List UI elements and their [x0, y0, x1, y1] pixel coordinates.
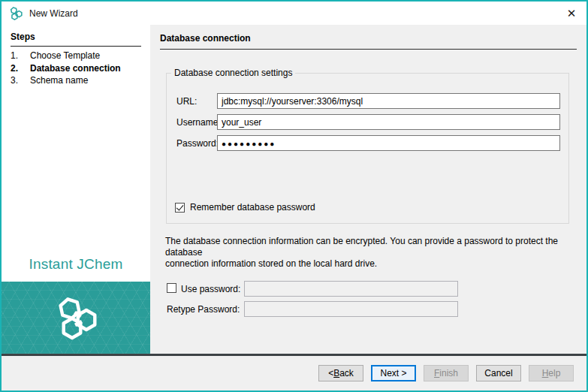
- main-panel: Database connection Database connection …: [150, 25, 586, 354]
- database-settings-groupbox: Database connection settings URL: Userna…: [166, 73, 569, 224]
- brand-text: Instant JChem: [2, 256, 150, 273]
- step-item-schema-name: 3. Schema name: [11, 74, 147, 87]
- use-password-label: Use password:: [181, 284, 240, 294]
- jchem-hexagon-logo-icon: [53, 297, 99, 340]
- dialog-body: Steps 1. Choose Template 2. Database con…: [2, 25, 586, 354]
- username-label: Username:: [176, 117, 221, 128]
- step-number: 3.: [11, 74, 30, 87]
- info-line: The database connection information can …: [165, 236, 558, 258]
- title-bar: New Wizard ✕: [2, 2, 586, 25]
- close-icon[interactable]: ✕: [561, 4, 582, 23]
- app-logo-icon: [8, 7, 23, 20]
- steps-heading: Steps: [11, 32, 141, 47]
- cancel-button[interactable]: Cancel: [476, 365, 521, 381]
- page-title: Database connection: [160, 33, 577, 50]
- url-label: URL:: [176, 96, 197, 107]
- next-button[interactable]: Next >: [371, 365, 416, 381]
- window-title: New Wizard: [29, 8, 78, 19]
- step-item-choose-template: 1. Choose Template: [11, 50, 147, 62]
- use-password-checkbox[interactable]: [167, 283, 176, 293]
- wizard-button-bar: < Back Next > Finish Cancel Help: [2, 356, 586, 390]
- back-button[interactable]: < Back: [318, 365, 363, 381]
- username-input[interactable]: [217, 114, 560, 130]
- step-number: 2.: [11, 62, 30, 75]
- encryption-info-text: The database connection information can …: [165, 236, 586, 270]
- step-label: Schema name: [30, 74, 88, 87]
- password-input[interactable]: [217, 135, 560, 151]
- step-label: Database connection: [30, 62, 121, 75]
- info-line: connection information stored on the loc…: [165, 258, 377, 269]
- remember-password-checkbox[interactable]: [175, 203, 185, 213]
- step-number: 1.: [11, 50, 30, 62]
- step-item-database-connection: 2. Database connection: [11, 62, 147, 75]
- brand-panel: [2, 282, 150, 354]
- remember-password-label: Remember database password: [190, 202, 315, 213]
- steps-sidebar: Steps 1. Choose Template 2. Database con…: [2, 25, 150, 354]
- groupbox-legend: Database connection settings: [171, 68, 295, 78]
- remember-password-row: Remember database password: [175, 202, 315, 213]
- help-button[interactable]: Help: [529, 365, 574, 381]
- finish-button[interactable]: Finish: [424, 365, 469, 381]
- url-input[interactable]: [217, 93, 560, 109]
- retype-password-input[interactable]: [244, 301, 458, 317]
- step-label: Choose Template: [30, 50, 100, 62]
- steps-list: 1. Choose Template 2. Database connectio…: [11, 50, 147, 87]
- use-password-input[interactable]: [244, 281, 458, 297]
- new-wizard-dialog: New Wizard ✕ Steps 1. Choose Template 2.…: [0, 0, 588, 392]
- password-label: Password:: [176, 138, 219, 149]
- retype-password-label: Retype Password:: [167, 304, 240, 315]
